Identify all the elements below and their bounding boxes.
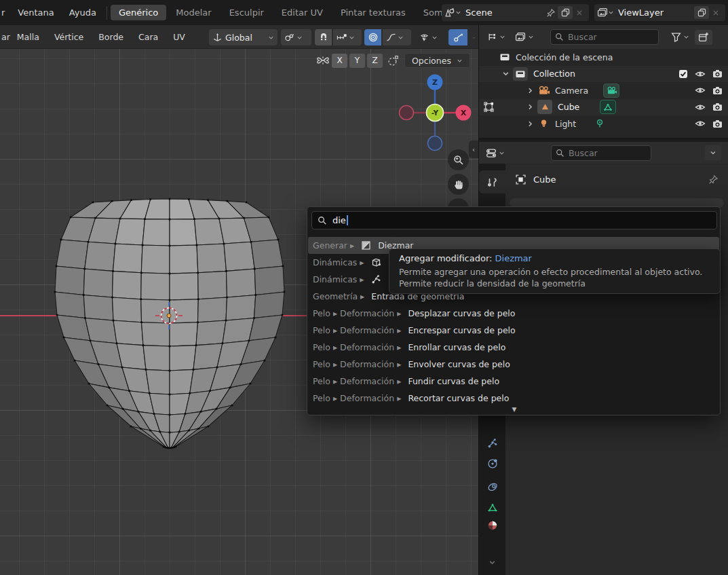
transform-orientation-dropdown[interactable]: Global: [209, 29, 277, 45]
result-name: Recortar curvas de pelo: [408, 393, 509, 403]
collection-row[interactable]: Collection: [479, 66, 728, 83]
cube-label[interactable]: Cube: [558, 102, 579, 112]
new-viewlayer-button[interactable]: [694, 6, 709, 19]
pin-icon[interactable]: [708, 174, 719, 185]
disclosure-closed-icon[interactable]: [526, 87, 534, 94]
proportional-size-icon[interactable]: [387, 55, 399, 67]
collection-icon: [499, 52, 510, 62]
hide-eye-icon[interactable]: [695, 103, 706, 111]
zoom-button[interactable]: [448, 149, 469, 170]
result-recortar-curvas[interactable]: Pelo ▸ Deformación ▸ Recortar curvas de …: [308, 390, 719, 407]
cube-row[interactable]: Cube: [479, 99, 728, 116]
render-camera-icon[interactable]: [712, 69, 723, 78]
workspace-tab-esculpir[interactable]: Esculpir: [221, 5, 272, 20]
mesh-data-badge[interactable]: [600, 100, 616, 114]
show-overlays-toggle[interactable]: [448, 29, 467, 45]
menu-ayuda[interactable]: Ayuda: [62, 7, 104, 18]
result-enrollar-curvas[interactable]: Pelo ▸ Deformación ▸ Enrollar curvas de …: [308, 339, 719, 356]
menu-malla[interactable]: Malla: [17, 32, 39, 42]
exclude-checkbox[interactable]: [678, 69, 688, 79]
chevron-down-icon: [528, 34, 534, 40]
tooltip-title-link: Diezmar: [495, 253, 532, 263]
workspace-tab-pintar-texturas[interactable]: Pintar texturas: [332, 5, 414, 20]
more-results-indicator[interactable]: ▼: [307, 406, 721, 413]
new-collection-button[interactable]: [695, 30, 712, 45]
menu-ventana[interactable]: Ventana: [10, 7, 61, 18]
pan-button[interactable]: [448, 174, 469, 195]
light-data-icon[interactable]: [595, 119, 605, 128]
result-envolver-curvas[interactable]: Pelo ▸ Deformación ▸ Envolver curvas de …: [308, 356, 719, 373]
result-desplazar-curvas[interactable]: Pelo ▸ Deformación ▸ Desplazar curvas de…: [308, 305, 719, 322]
workspace-tab-generico[interactable]: Genérico: [111, 5, 166, 20]
tab-tool[interactable]: [479, 170, 505, 193]
proportional-editing-toggle[interactable]: [364, 29, 381, 45]
camera-data-badge[interactable]: [603, 84, 619, 98]
overlays-dropdown[interactable]: [469, 29, 479, 45]
viewlayer-selector[interactable]: ViewLayer: [594, 4, 725, 21]
menu-clipped[interactable]: ar: [1, 32, 10, 42]
new-scene-button[interactable]: [558, 6, 573, 19]
tab-particles[interactable]: [479, 432, 505, 455]
hide-eye-icon[interactable]: [695, 119, 706, 128]
result-fundir-curvas[interactable]: Pelo ▸ Deformación ▸ Fundir curvas de pe…: [308, 373, 719, 390]
outliner-filter-dropdown[interactable]: [671, 32, 689, 42]
gizmo-minus-x-ball[interactable]: [400, 106, 414, 120]
result-category: Generar ▸: [313, 240, 354, 251]
result-encrespar-curvas[interactable]: Pelo ▸ Deformación ▸ Encrespar curvas de…: [308, 322, 719, 339]
workspace-tab-sombreado-clipped[interactable]: Som: [415, 5, 443, 20]
render-camera-icon[interactable]: [712, 119, 723, 128]
hide-eye-icon[interactable]: [695, 70, 706, 78]
camera-view-button[interactable]: [448, 198, 469, 206]
scene-selector[interactable]: Scene: [442, 4, 589, 21]
menu-clipped[interactable]: r: [1, 7, 5, 18]
disclosure-closed-icon[interactable]: [526, 120, 534, 128]
outliner-display-mode-dropdown[interactable]: [515, 32, 534, 42]
snap-toggle[interactable]: [315, 29, 332, 45]
symmetry-y-toggle[interactable]: Y: [349, 54, 365, 68]
add-collection-icon: [698, 32, 709, 42]
workspace-tab-modelar[interactable]: Modelar: [168, 5, 219, 20]
modifier-search-input[interactable]: die: [311, 211, 717, 229]
outliner-editor-type-dropdown[interactable]: [487, 32, 505, 42]
properties-editor-type-dropdown[interactable]: [486, 148, 505, 158]
pin-icon[interactable]: [546, 8, 556, 18]
mirror-butterfly-icon[interactable]: [316, 55, 330, 66]
menu-cara[interactable]: Cara: [138, 32, 158, 42]
show-gizmos-dropdown[interactable]: [416, 29, 446, 45]
options-dropdown[interactable]: Opciones: [404, 53, 470, 68]
camera-label[interactable]: Camera: [555, 86, 588, 96]
viewlayer-name[interactable]: ViewLayer: [618, 7, 664, 18]
tab-material[interactable]: [479, 514, 505, 537]
disclosure-open-icon[interactable]: [502, 70, 510, 77]
scene-collection-label[interactable]: Colección de la escena: [516, 52, 613, 62]
properties-options-dropdown[interactable]: [705, 145, 721, 160]
workspace-tab-editar-uv[interactable]: Editar UV: [273, 5, 331, 20]
symmetry-z-toggle[interactable]: Z: [367, 54, 383, 68]
render-camera-icon[interactable]: [712, 103, 723, 111]
navigation-gizmo[interactable]: Z X -Y: [397, 71, 475, 153]
tab-physics[interactable]: [479, 452, 505, 475]
render-camera-icon[interactable]: [712, 86, 723, 95]
tab-strip-scroll-down[interactable]: [479, 551, 505, 574]
light-row[interactable]: Light: [479, 115, 728, 132]
sidebar-collapse-arrow[interactable]: ‹: [469, 141, 478, 158]
tab-constraints[interactable]: [479, 475, 505, 498]
menu-vertice[interactable]: Vértice: [54, 32, 83, 42]
scene-name[interactable]: Scene: [465, 7, 493, 18]
light-label[interactable]: Light: [555, 119, 576, 129]
symmetry-x-toggle[interactable]: X: [332, 54, 347, 68]
snap-settings-dropdown[interactable]: [333, 29, 362, 45]
menu-borde[interactable]: Borde: [98, 32, 123, 42]
breadcrumb-object-name[interactable]: Cube: [533, 174, 556, 185]
menu-uv[interactable]: UV: [173, 32, 185, 42]
hide-eye-icon[interactable]: [695, 86, 706, 94]
proportional-falloff-dropdown[interactable]: [383, 29, 411, 45]
camera-row[interactable]: Camera: [479, 82, 728, 99]
scene-collection-row[interactable]: Colección de la escena: [479, 49, 728, 66]
pivot-point-dropdown[interactable]: [281, 29, 311, 45]
gizmo-minus-z-ball[interactable]: [428, 136, 442, 151]
disclosure-closed-icon[interactable]: [526, 103, 534, 111]
outliner-search-input[interactable]: Buscar: [550, 29, 659, 45]
collection-label[interactable]: Collection: [533, 69, 575, 79]
properties-search-input[interactable]: Buscar: [551, 145, 651, 161]
